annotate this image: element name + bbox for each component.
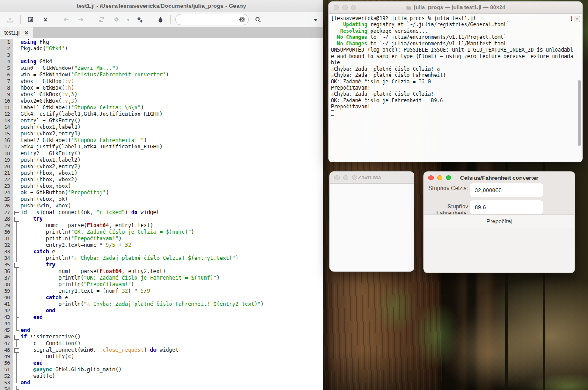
line-number: 52 [0, 373, 13, 380]
toolbar-nav-back-button[interactable] [59, 14, 73, 26]
converter-window-title: Celsius/Fahrenheit converter [424, 175, 575, 181]
code-text: if !isinteractive() [20, 334, 80, 340]
prepocitaj-button[interactable]: Prepočítaj [424, 214, 574, 228]
code-line: 21push!(hbox, vbox1) [0, 170, 322, 176]
terminal-line: ⚠Chyba: Zadaj platné číslo Fahrenheit! [331, 72, 582, 78]
toolbar-find-button[interactable] [251, 14, 265, 26]
fold-margin [13, 314, 20, 321]
code-text: notify(c) [20, 353, 74, 360]
fold-margin [13, 157, 20, 163]
toolbar-execute-button[interactable] [132, 14, 147, 26]
terminal-line: ⚠Chyba: Zadaj platné číslo Celzia! a [331, 66, 582, 72]
code-text: vbox2=GtkBox(:v,3) [20, 98, 77, 104]
terminal-marks-icon[interactable]: ≡ [574, 16, 580, 22]
code-text: entry2.text=numc * 9/5 + 32 [20, 242, 131, 248]
fold-toggle-icon[interactable] [13, 216, 20, 222]
code-text: try [20, 216, 43, 222]
toolbar-revert-file-button[interactable] [23, 14, 38, 26]
fold-margin [13, 386, 20, 390]
celsius-entry[interactable] [470, 183, 543, 197]
search-clear-button[interactable] [238, 16, 246, 24]
tab-test1jl[interactable]: test1.jl ✕ [0, 27, 33, 38]
search-clear-icon [238, 16, 246, 24]
fold-toggle-icon[interactable] [13, 209, 20, 216]
zavri-window: Zavri Ma... [329, 171, 414, 272]
geany-titlebar[interactable]: test1.jl - /Users/lesnavevericka/Documen… [0, 0, 323, 12]
fold-margin [13, 91, 20, 98]
line-number: 24 [0, 190, 13, 196]
code-line: 51 @async Gtk4.GLib.glib_main() [0, 366, 322, 373]
fold-toggle-icon[interactable] [13, 334, 20, 340]
nav-back-icon [63, 16, 70, 23]
toolbar-build-menu-button[interactable] [124, 14, 132, 26]
code-text: entry2 = GtkEntry() [20, 150, 80, 157]
terminal-titlebar[interactable]: julia_progs — julia test1.jl — 80×24 [329, 2, 582, 14]
line-number: 13 [0, 117, 13, 124]
code-text: hbox = GtkBox(:h) [20, 85, 74, 91]
line-number: 21 [0, 170, 13, 176]
fold-margin [13, 111, 20, 117]
zavri-titlebar[interactable]: Zavri Ma... [330, 172, 414, 184]
fold-toggle-icon[interactable] [13, 347, 20, 353]
execute-icon [136, 16, 143, 23]
geany-toolbar [0, 12, 323, 27]
line-number: 3 [0, 52, 13, 59]
code-line: 5win0 = GtkWindow("Zavri Ma...") [0, 65, 322, 72]
code-text: label2=GtkLabel("Stupňov Fahrenheita: ") [20, 137, 147, 144]
line-number: 18 [0, 150, 13, 157]
fold-margin [13, 373, 20, 380]
terminal-line: No Changes to `~/.julia/environments/v1.… [331, 34, 582, 40]
code-text: end [20, 314, 43, 321]
code-text: win = GtkWindow("Celsius/Fahrenheit conv… [20, 72, 169, 78]
code-line: 15push!(vbox2,entry1) [0, 131, 322, 137]
line-number: 32 [0, 242, 13, 248]
line-number: 46 [0, 334, 13, 340]
fold-margin [13, 255, 20, 262]
save-as-icon [7, 16, 14, 23]
fold-margin [13, 52, 20, 59]
toolbar-separator [268, 15, 268, 24]
line-number: 11 [0, 104, 13, 111]
toolbar-overflow-button[interactable] [311, 14, 320, 26]
toolbar-separator [150, 15, 150, 24]
fold-margin [13, 104, 20, 111]
code-text: try [20, 262, 55, 268]
tab-label: test1.jl [4, 30, 20, 36]
build-menu-icon [125, 16, 132, 23]
compile-icon [98, 16, 105, 23]
code-editor[interactable]: 1using Pkg2Pkg.add("Gtk4")34using Gtk45w… [0, 39, 322, 390]
code-text: id = signal_connect(ok, "clicked") do wi… [20, 209, 160, 216]
fahrenheit-entry[interactable] [470, 200, 543, 214]
fold-margin [13, 235, 20, 242]
terminal-cursor [331, 110, 334, 116]
terminal-content[interactable]: [lesnavevericka@192 julia_progs % julia … [329, 14, 582, 162]
line-number: 40 [0, 294, 13, 301]
code-text: println("⚠ Chyba: Zadaj platné číslo Cel… [20, 255, 239, 262]
toolbar-close-file-button[interactable] [38, 14, 53, 26]
code-text: c = Condition() [20, 340, 80, 347]
toolbar-compile-button[interactable] [94, 14, 109, 26]
tab-close-icon[interactable]: ✕ [24, 30, 28, 36]
nav-forward-icon [77, 16, 84, 23]
fold-margin [13, 288, 20, 294]
line-number: 23 [0, 183, 13, 190]
toolbar-nav-forward-button[interactable] [73, 14, 88, 26]
fold-toggle-icon[interactable] [13, 262, 20, 268]
code-line: 8hbox = GtkBox(:h) [0, 85, 322, 91]
converter-titlebar[interactable]: Celsius/Fahrenheit converter [424, 172, 575, 184]
toolbar-build-button[interactable] [109, 14, 124, 26]
fold-margin [13, 307, 20, 314]
terminal-scrollbar[interactable] [578, 80, 581, 146]
line-number: 2 [0, 45, 13, 52]
toolbar-save-as-button[interactable] [3, 14, 17, 26]
code-line: 32 entry2.text=numc * 9/5 + 32 [0, 242, 322, 248]
search-box [175, 14, 249, 25]
fold-margin [13, 321, 20, 327]
line-number: 7 [0, 78, 13, 85]
toolbar-color-chooser-button[interactable] [153, 14, 168, 26]
code-line: 14push!(vbox1,label1) [0, 124, 322, 131]
fold-margin [13, 78, 20, 85]
line-number: 34 [0, 255, 13, 262]
line-number: 35 [0, 262, 13, 268]
code-text: println("OK: Zadané číslo je Fahrenheit … [20, 275, 219, 281]
